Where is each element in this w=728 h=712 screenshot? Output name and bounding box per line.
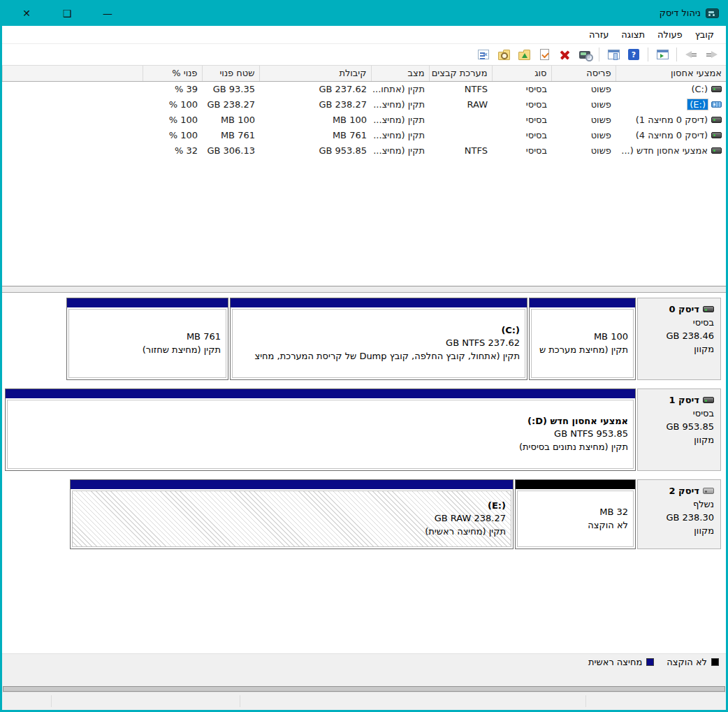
table-row[interactable]: (C:) פשוט בסיסי NTFS תקין (אתחו... GB 23… <box>3 81 727 96</box>
partition-recovery[interactable]: MB 761 תקין (מחיצת שחזור) <box>66 298 228 380</box>
disk-size: GB 238.30 <box>639 511 714 524</box>
col-header-layout[interactable]: פריסה <box>551 66 616 81</box>
volume-list-pane: אמצעי אחסון פריסה סוג מערכת קבצים מצב קי… <box>2 66 726 286</box>
show-console-tree-icon[interactable] <box>653 46 671 63</box>
window-filler <box>2 670 726 686</box>
col-header-free-pct[interactable]: % פנוי <box>143 66 202 81</box>
disk-0-row: דיסק 0 בסיסי GB 238.46 מקוון MB 100 תקין… <box>2 298 721 380</box>
partition-e-selected[interactable]: (E:) GB RAW 238.27 תקין (מחיצה ראשית) <box>70 479 514 549</box>
disk-2-row: דיסק 2 נשלף GB 238.30 מקוון MB 32 לא הוק… <box>2 479 721 549</box>
col-header-type[interactable]: סוג <box>492 66 551 81</box>
col-header-volume[interactable]: אמצעי אחסון <box>616 66 726 81</box>
primary-partition-swatch-icon <box>646 658 654 666</box>
legend-bar: לא הוקצה מחיצה ראשית <box>2 653 726 670</box>
disk-1-info-panel[interactable]: דיסק 1 בסיסי GB 953.85 מקוון <box>637 388 721 471</box>
menubar: קובץ פעולה תצוגה עזרה <box>2 26 726 44</box>
show-action-pane-icon[interactable] <box>604 46 623 63</box>
volume-table: אמצעי אחסון פריסה סוג מערכת קבצים מצב קי… <box>2 66 726 158</box>
back-arrow-icon[interactable] <box>682 46 700 63</box>
volume-icon <box>711 101 722 108</box>
disk-state: מקוון <box>639 524 714 537</box>
titlebar: ניהול דיסק — ❑ ✕ <box>2 0 726 26</box>
horizontal-scrollbar[interactable] <box>3 686 725 692</box>
disk-kind: נשלף <box>639 497 714 511</box>
disk-kind: בסיסי <box>639 316 714 329</box>
partition-unallocated[interactable]: MB 32 לא הוקצה <box>515 479 636 549</box>
forward-arrow-icon[interactable] <box>702 46 720 63</box>
properties-icon[interactable] <box>535 46 553 63</box>
volume-icon <box>711 147 722 154</box>
disk-management-window: ניהול דיסק — ❑ ✕ קובץ פעולה תצוגה עזרה ? <box>0 0 728 712</box>
partition-color-bar <box>67 298 228 307</box>
minimize-button[interactable]: — <box>100 8 115 18</box>
menu-help[interactable]: עזרה <box>583 27 615 42</box>
toolbar-separator <box>648 48 648 61</box>
partition-system[interactable]: MB 100 תקין (מחיצת מערכת ש <box>529 298 636 380</box>
partition-color-bar <box>6 389 635 398</box>
toolbar-separator <box>676 48 677 61</box>
partition-color-bar <box>231 298 527 307</box>
menu-view[interactable]: תצוגה <box>615 27 651 42</box>
window-title: ניהול דיסק <box>660 8 701 18</box>
explore-icon[interactable] <box>495 46 513 63</box>
table-row[interactable]: אמצעי אחסון חדש (... פשוט בסיסי NTFS תקי… <box>3 143 727 158</box>
toolbar: ? <box>2 44 726 66</box>
maximize-button[interactable]: ❑ <box>59 8 75 18</box>
partition-color-bar <box>516 480 635 489</box>
col-header-status[interactable]: מצב <box>371 66 429 81</box>
disk-icon <box>703 488 714 494</box>
volume-icon <box>711 132 722 138</box>
disk-kind: בסיסי <box>639 407 714 420</box>
rescan-disks-icon[interactable] <box>576 46 594 63</box>
disk-icon <box>703 397 714 403</box>
disk-1-row: דיסק 1 בסיסי GB 953.85 מקוון אמצעי אחסון… <box>2 388 721 471</box>
disk-state: מקוון <box>639 433 714 446</box>
disk-icon <box>703 306 714 312</box>
disk-2-info-panel[interactable]: דיסק 2 נשלף GB 238.30 מקוון <box>637 479 721 549</box>
partition-color-bar <box>530 298 635 307</box>
volume-icon <box>711 86 722 92</box>
open-icon[interactable] <box>515 46 533 63</box>
legend-item-unallocated: לא הוקצה <box>667 657 719 667</box>
help-icon[interactable]: ? <box>625 46 643 63</box>
col-header-file-system[interactable]: מערכת קבצים <box>429 66 492 81</box>
pane-splitter[interactable] <box>2 286 726 293</box>
col-header-filler <box>3 66 143 81</box>
toolbar-separator <box>599 48 599 61</box>
disk-0-info-panel[interactable]: דיסק 0 בסיסי GB 238.46 מקוון <box>637 298 721 380</box>
partition-c[interactable]: (C:) GB NTFS 237.62 תקין (אתחול, קובץ הח… <box>230 298 527 380</box>
statusbar <box>2 692 726 710</box>
view-list-icon[interactable] <box>474 46 493 63</box>
col-header-capacity[interactable]: קיבולת <box>259 66 371 81</box>
table-row[interactable]: (דיסק 0 מחיצה 1) פשוט בסיסי תקין (מחיצ..… <box>3 112 727 127</box>
disk-state: מקוון <box>639 342 714 356</box>
partition-d[interactable]: אמצעי אחסון חדש (D:) GB NTFS 953.85 תקין… <box>5 388 636 471</box>
graphical-view-pane: דיסק 0 בסיסי GB 238.46 מקוון MB 100 תקין… <box>2 293 726 670</box>
menu-action[interactable]: פעולה <box>651 27 689 42</box>
delete-icon[interactable] <box>555 46 574 63</box>
disk-management-app-icon <box>706 8 719 18</box>
disk-size: GB 953.85 <box>639 420 714 433</box>
table-row-selected[interactable]: (E:) פשוט בסיסי RAW תקין (מחיצ... GB 238… <box>3 96 727 112</box>
partition-color-bar <box>71 480 513 489</box>
close-button[interactable]: ✕ <box>19 8 34 18</box>
volume-icon <box>711 117 722 123</box>
unallocated-swatch-icon <box>711 658 719 666</box>
table-row[interactable]: (דיסק 0 מחיצה 4) פשוט בסיסי תקין (מחיצ..… <box>3 127 727 143</box>
disk-size: GB 238.46 <box>639 329 714 342</box>
col-header-free-space[interactable]: שטח פנוי <box>202 66 259 81</box>
legend-item-primary-partition: מחיצה ראשית <box>588 657 654 667</box>
menu-file[interactable]: קובץ <box>689 27 720 42</box>
